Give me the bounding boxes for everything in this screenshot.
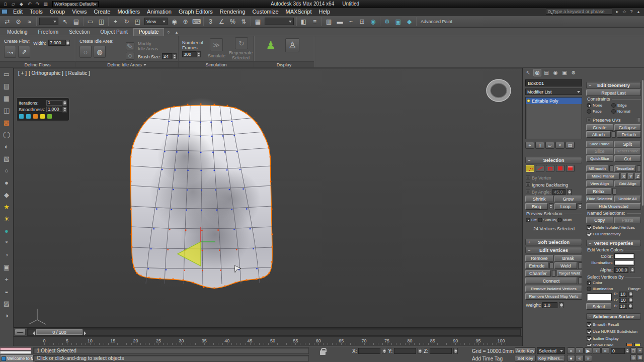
copy-button[interactable]: Copy (586, 217, 613, 223)
subobject-border-button[interactable] (546, 165, 554, 172)
mirror-icon[interactable]: ◧ (298, 17, 309, 27)
range-b-field[interactable]: 10 (619, 304, 627, 309)
hide-selected-button[interactable]: Hide Selected (586, 196, 613, 202)
time-slider-track[interactable]: 0 / 100 (27, 328, 521, 336)
save-scene-icon[interactable]: ◆ (18, 1, 25, 8)
pin-stack-icon[interactable]: ⌖ (525, 142, 534, 149)
current-frame-spinner[interactable] (625, 348, 629, 354)
advanced-paint-button[interactable]: Advanced Paint (418, 19, 455, 24)
iterations-spinner[interactable] (62, 100, 67, 106)
illumination-swatch[interactable] (614, 260, 634, 265)
view-align-button[interactable]: View Align (586, 180, 613, 187)
menu-help[interactable]: Help (315, 8, 334, 15)
modifier-list-dropdown[interactable]: Modifier List (525, 88, 582, 95)
select-and-scale-icon[interactable]: ◰ (132, 17, 143, 27)
collapse-button[interactable]: Collapse (614, 124, 641, 131)
soft-selection-rollout-header[interactable]: + Soft Selection (525, 239, 582, 245)
spinner-snap-toggle-icon[interactable]: ⇅ (238, 17, 249, 27)
range-g-field[interactable]: 10 (619, 298, 627, 303)
snaps-toggle-3d-icon[interactable]: 3 (205, 17, 216, 27)
msmooth-settings-icon[interactable] (609, 165, 613, 172)
constraint-normal-radio[interactable] (611, 109, 616, 114)
select-object-icon[interactable]: ↖ (60, 17, 70, 27)
remove-isolated-vertices-button[interactable]: Remove Isolated Vertices (525, 286, 582, 292)
tool-teal-sphere-icon[interactable]: ● (0, 225, 13, 237)
select-and-rotate-icon[interactable]: ↻ (121, 17, 132, 27)
remove-modifier-icon[interactable]: × (555, 142, 565, 149)
mesh-object[interactable] (130, 98, 273, 289)
curve-editor-icon[interactable]: ~ (346, 17, 356, 27)
viewport[interactable]: [ + ] [ Orthographic ] [ Realistic ] Ite… (14, 68, 522, 328)
by-angle-field[interactable]: 45.0 (552, 189, 566, 195)
time-slider-handle[interactable]: 0 / 100 (36, 329, 83, 335)
make-planar-button[interactable]: Make Planar (586, 173, 620, 179)
tool-shade-icon[interactable]: ▧ (0, 152, 13, 164)
selection-rollout-header[interactable]: − Selection (525, 157, 582, 163)
ribbon-tab-populate[interactable]: Populate (133, 28, 164, 36)
use-pivot-point-center-icon[interactable]: ◉ (169, 17, 180, 27)
z-coordinate-field[interactable] (430, 348, 452, 354)
select-button[interactable]: Select (586, 303, 611, 310)
create-idle-ramp-button[interactable]: ◍ (94, 46, 106, 58)
caddy-option-1-icon[interactable] (19, 114, 24, 119)
delete-isolated-vertices-checkbox[interactable] (587, 225, 591, 230)
full-interactivity-checkbox[interactable] (587, 232, 591, 236)
weld-settings-icon[interactable] (578, 262, 582, 269)
x-spinner[interactable] (382, 348, 386, 354)
connect-button[interactable]: Connect (525, 278, 577, 284)
hide-unselected-button[interactable]: Hide Unselected (586, 203, 641, 210)
tessellate-settings-icon[interactable] (637, 165, 641, 172)
project-folder-icon[interactable]: ▤ (42, 1, 49, 8)
flow-width-spinner[interactable] (65, 40, 70, 46)
tool-plus-icon[interactable]: + (0, 273, 13, 285)
align-icon[interactable]: ≡ (309, 17, 320, 27)
previous-key-button[interactable]: « (576, 355, 584, 361)
ignore-backfacing-checkbox[interactable] (526, 183, 530, 187)
range-r-field[interactable]: 10 (619, 292, 627, 297)
edit-geometry-rollout-header[interactable]: − Edit Geometry (586, 82, 641, 88)
play-animation-button[interactable]: ▶ (584, 347, 592, 354)
key-mode-toggle-button[interactable]: ● (567, 355, 575, 361)
search-input[interactable]: Type a keyword or phrase (546, 9, 612, 15)
alpha-field[interactable]: 100.0 (614, 267, 628, 273)
undo-icon[interactable]: ↶ (26, 1, 33, 8)
tool-box-icon[interactable]: ▣ (0, 261, 13, 273)
quickslice-button[interactable]: QuickSlice (586, 155, 613, 162)
brush-size-spinner[interactable] (172, 53, 177, 59)
go-to-start-button[interactable]: « (567, 347, 575, 354)
community-star-icon[interactable]: ☆ (621, 9, 628, 15)
go-to-end-button[interactable]: » (601, 347, 609, 354)
menu-animation[interactable]: Animation (143, 8, 175, 15)
selection-lock-toggle[interactable] (320, 350, 326, 355)
slice-plane-button[interactable]: Slice Plane (586, 141, 613, 147)
create-flow-button[interactable]: ↝ (4, 46, 16, 58)
tool-asterisk-icon[interactable]: * (0, 237, 13, 249)
command-tab-utilities-icon[interactable]: ⚙ (570, 69, 578, 76)
isoline-display-checkbox[interactable] (587, 336, 591, 341)
attach-list-icon[interactable] (612, 131, 616, 138)
break-button[interactable]: Break (554, 255, 583, 261)
zoom-view-icon[interactable]: ◻ (630, 347, 636, 354)
select-by-color-radio[interactable] (587, 281, 591, 285)
tool-dark-sphere-icon[interactable]: ◒ (0, 285, 13, 297)
ribbon-tab-selection[interactable]: Selection (64, 29, 95, 36)
menu-group[interactable]: Group (46, 8, 69, 15)
caddy-help-icon[interactable] (47, 114, 52, 119)
named-selection-sets-combo[interactable] (265, 18, 294, 25)
flow-width-field[interactable]: 7.000 (48, 40, 65, 46)
welcome-window-titlebar[interactable]: Welcome to M (0, 354, 35, 362)
use-nurms-subdivision-checkbox[interactable] (587, 329, 591, 334)
subobject-element-button[interactable] (566, 165, 575, 172)
range-r-spinner[interactable] (628, 292, 633, 297)
tool-contrast-icon[interactable]: ◑ (0, 309, 13, 321)
weight-spinner[interactable] (559, 302, 564, 308)
caddy-cancel-icon[interactable] (40, 114, 45, 119)
subobject-polygon-button[interactable] (556, 165, 565, 172)
by-angle-checkbox[interactable] (526, 190, 530, 194)
relax-settings-icon[interactable] (612, 188, 616, 195)
configure-modifier-sets-icon[interactable]: ▤ (566, 142, 575, 149)
chamfer-button[interactable]: Chamfer (525, 270, 551, 277)
extrude-settings-icon[interactable] (549, 262, 553, 269)
ribbon-tab-modeling[interactable]: Modeling (2, 29, 33, 36)
previous-frame-button[interactable]: ‹ (576, 347, 584, 354)
